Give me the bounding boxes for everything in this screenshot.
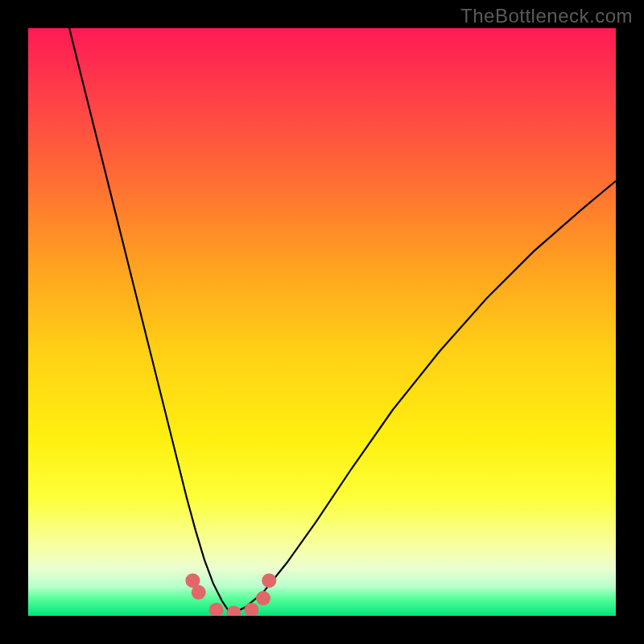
bottom-data-dots [185,573,276,616]
bottleneck-curve [69,28,616,613]
chart-frame: TheBottleneck.com [0,0,644,644]
data-dot [262,573,276,588]
data-dot [192,585,206,600]
plot-area [28,28,616,616]
curve-right-branch [234,181,617,613]
data-dot [227,605,242,616]
curve-overlay [28,28,616,616]
curve-left-branch [69,28,233,613]
data-dot [209,603,224,616]
data-dot [244,603,258,616]
data-dot [256,591,270,605]
watermark-text: TheBottleneck.com [460,5,633,27]
